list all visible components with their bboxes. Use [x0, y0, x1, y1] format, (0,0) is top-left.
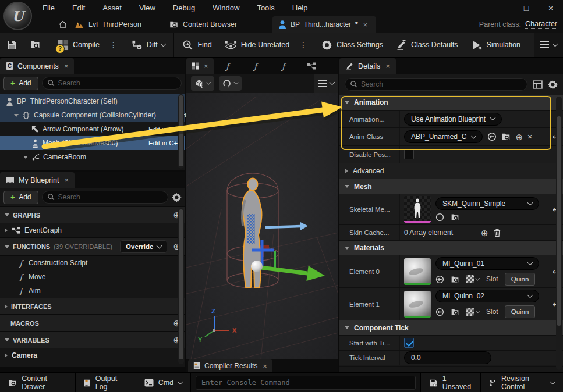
- tab-details[interactable]: Details ×: [339, 58, 396, 74]
- collapse-arrow-icon[interactable]: [345, 326, 349, 329]
- tab-content-browser[interactable]: Content Browser: [169, 16, 237, 33]
- console-command-input[interactable]: [196, 376, 416, 390]
- menu-tools[interactable]: Tools: [248, 0, 283, 16]
- components-search-input[interactable]: [42, 77, 182, 90]
- tab-function-graph-1[interactable]: ƒ: [214, 62, 242, 71]
- details-settings-gear-icon[interactable]: [548, 80, 558, 90]
- animation-category-header[interactable]: Animation: [339, 95, 563, 111]
- collapse-arrow-icon[interactable]: [345, 247, 349, 250]
- class-defaults-button[interactable]: Class Defaults: [390, 33, 465, 57]
- add-component-button[interactable]: + Add: [3, 77, 38, 90]
- hide-unrelated-button[interactable]: Hide Unrelated: [218, 33, 296, 57]
- slot-name-button[interactable]: Quinn: [505, 273, 536, 286]
- menu-file[interactable]: File: [34, 0, 63, 16]
- edit-in-cpp-link[interactable]: Edit in C++: [148, 126, 182, 133]
- close-button[interactable]: ×: [539, 0, 563, 16]
- function-row-construction-script[interactable]: ƒ Construction Script: [0, 256, 185, 270]
- tab-compiler-results[interactable]: Compiler Results ×: [188, 359, 272, 372]
- graphs-section-header[interactable]: GRAPHS ⊕: [0, 206, 185, 223]
- disable-postprocess-checkbox[interactable]: [404, 149, 414, 159]
- use-selected-asset-button[interactable]: [435, 308, 444, 316]
- transform-gizmo[interactable]: [251, 222, 325, 281]
- cmd-dropdown-button[interactable]: Cmd: [136, 373, 191, 392]
- tab-event-graph[interactable]: [298, 62, 325, 70]
- component-tick-category-header[interactable]: Component Tick: [339, 320, 563, 336]
- function-row-move[interactable]: ƒ Move: [0, 270, 185, 284]
- advanced-section-row[interactable]: Advanced: [339, 163, 563, 179]
- tree-row-capsule[interactable]: Capsule Component (CollisionCylinder) Ed: [0, 108, 185, 122]
- tab-level[interactable]: Lvl_ThirdPerson: [75, 16, 141, 33]
- function-row-aim[interactable]: ƒ Aim: [0, 284, 185, 298]
- animation-mode-dropdown[interactable]: Use Animation Blueprint: [404, 113, 502, 126]
- materials-category-header[interactable]: Materials: [339, 241, 563, 255]
- compile-options-icon[interactable]: ⋮: [106, 40, 121, 49]
- override-dropdown[interactable]: Override: [120, 240, 167, 253]
- add-class-icon[interactable]: ⊕: [515, 133, 523, 141]
- tree-row-mesh[interactable]: Mesh (CharacterMesh0) Edit in C++: [0, 136, 185, 150]
- collapse-arrow-icon[interactable]: [345, 101, 349, 104]
- slot-name-button[interactable]: Quinn: [505, 305, 536, 318]
- parent-class-link[interactable]: Character: [525, 20, 557, 29]
- tree-row-cameraboom[interactable]: CameraBoom: [0, 150, 185, 164]
- use-selected-asset-button[interactable]: [435, 275, 444, 284]
- collapse-arrow-icon[interactable]: [5, 213, 9, 216]
- menu-view[interactable]: View: [130, 0, 164, 16]
- tab-viewport[interactable]: ×: [186, 58, 214, 74]
- clear-class-icon[interactable]: ×: [527, 133, 532, 141]
- material0-thumbnail[interactable]: [404, 258, 431, 285]
- expand-arrow-icon[interactable]: [5, 304, 8, 309]
- close-icon[interactable]: ×: [385, 62, 390, 70]
- tick-interval-input[interactable]: 0.0: [404, 351, 491, 364]
- class-settings-button[interactable]: Class Settings: [315, 33, 390, 57]
- my-blueprint-scrollbar[interactable]: [179, 209, 183, 359]
- variables-section-header[interactable]: VARIABLES ⊕: [0, 332, 185, 348]
- diff-button[interactable]: Diff: [125, 33, 172, 57]
- menu-edit[interactable]: Edit: [63, 0, 94, 16]
- start-with-tick-checkbox[interactable]: [404, 338, 414, 348]
- details-search-input[interactable]: [345, 78, 527, 91]
- expand-arrow-icon[interactable]: [5, 228, 8, 233]
- mesh-category-header[interactable]: Mesh: [339, 179, 563, 194]
- texture-options-button[interactable]: [466, 308, 480, 316]
- toolbar-overflow-menu[interactable]: [534, 33, 563, 57]
- close-icon[interactable]: ×: [263, 362, 267, 370]
- expand-arrow-icon[interactable]: [23, 156, 28, 159]
- material1-thumbnail[interactable]: [404, 291, 431, 318]
- edit-in-cpp-link[interactable]: Edit in C++: [148, 140, 182, 147]
- tab-function-graph-3[interactable]: ƒ: [270, 62, 298, 71]
- menu-help[interactable]: Help: [284, 0, 317, 16]
- browse-to-asset-button[interactable]: [451, 275, 459, 284]
- save-button[interactable]: [0, 33, 23, 57]
- collapse-arrow-icon[interactable]: [5, 338, 9, 341]
- add-array-element-icon[interactable]: ⊕: [481, 229, 488, 237]
- content-drawer-button[interactable]: Content Drawer: [0, 373, 76, 392]
- viewport-scene[interactable]: Z X Y: [186, 93, 338, 359]
- home-icon[interactable]: [58, 16, 68, 33]
- menu-debug[interactable]: Debug: [164, 0, 204, 16]
- menu-window[interactable]: Window: [204, 0, 248, 16]
- menu-asset[interactable]: Asset: [94, 0, 130, 16]
- add-blueprint-item-button[interactable]: + Add: [3, 191, 38, 204]
- expand-arrow-icon[interactable]: [345, 169, 348, 173]
- expand-arrow-icon[interactable]: [14, 114, 19, 117]
- variable-category-camera[interactable]: Camera: [0, 348, 185, 362]
- close-icon[interactable]: ×: [64, 62, 69, 70]
- collapse-arrow-icon[interactable]: [345, 185, 349, 188]
- tab-blueprint-asset[interactable]: BP_Third...haracter * ×: [272, 16, 376, 33]
- display-filter-icon[interactable]: [533, 80, 543, 89]
- collapse-arrow-icon[interactable]: [5, 245, 9, 248]
- close-icon[interactable]: ×: [204, 62, 208, 70]
- eventgraph-row[interactable]: EventGraph: [0, 223, 185, 237]
- unsaved-assets-button[interactable]: 1 Unsaved: [420, 373, 480, 392]
- revision-control-button[interactable]: Revision Control: [480, 373, 563, 392]
- tab-my-blueprint[interactable]: My Blueprint ×: [0, 172, 75, 188]
- material1-dropdown[interactable]: MI_Quinn_02: [435, 290, 539, 302]
- browse-to-asset-button[interactable]: [451, 213, 459, 222]
- browse-asset-button[interactable]: [23, 33, 47, 57]
- browse-to-asset-button[interactable]: [501, 132, 511, 141]
- find-options-icon[interactable]: ⋮: [296, 40, 311, 49]
- expand-arrow-icon[interactable]: [5, 353, 8, 358]
- interfaces-section-header[interactable]: INTERFACES: [0, 298, 185, 315]
- output-log-button[interactable]: Output Log: [76, 373, 136, 392]
- components-scrollbar[interactable]: [179, 95, 183, 166]
